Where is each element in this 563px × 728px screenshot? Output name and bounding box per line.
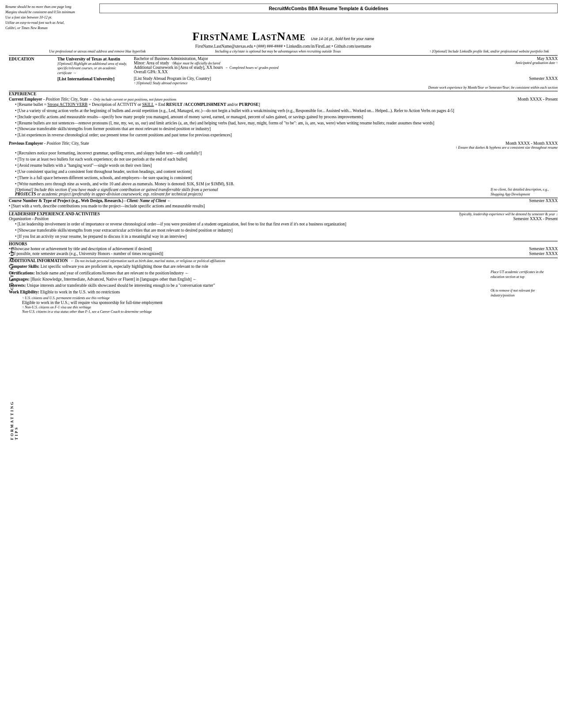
employer-prev-dates-note: ↑ Ensure that dashes & hyphens are a con… xyxy=(456,146,558,150)
additional-interests: Interests: Unique interests and/or trans… xyxy=(9,283,487,289)
citizenship-note-1: ↑ U.S. citizens and U.S. permanent resid… xyxy=(22,296,487,300)
cert-side-note: Place UT academic certificates in the ed… xyxy=(491,270,558,280)
bullet-item: • [List leadership involvement in order … xyxy=(15,221,558,227)
citizenship-note-3: ↑ Non-U.S. citizens on F-1 visa use this… xyxy=(22,305,487,309)
honors-semester-2: Semester XXXX xyxy=(525,251,558,256)
bullet-item: • [Showcase transferable skills/strength… xyxy=(15,228,558,233)
employer-current-dates: Month XXXX - Present xyxy=(514,97,558,101)
contact-hint-center: Including a city/state is optional but m… xyxy=(188,49,368,53)
employer-current: Current Employer - Position Title; City,… xyxy=(9,97,558,138)
bullet-item: • [Use a variety of strong action verbs … xyxy=(15,108,558,114)
org-dates: Semester XXXX - Present xyxy=(513,217,558,221)
bullet-list-current: • [Resume bullet = Strong ACTION VERB + … xyxy=(9,102,558,138)
edu-minor: Minor: Area of study xyxy=(134,61,169,65)
edu-coursework-note: ← Completed hours w/ grades posted xyxy=(225,66,279,70)
name-section: FirstName LastName Use 14-16 pt., bold f… xyxy=(9,30,558,43)
lang-side-note: Ok to remove if not relevant for industr… xyxy=(491,289,558,298)
edu-abroad-note: ↑ [Optional] Study abroad experience xyxy=(134,81,490,85)
contact-hints: Use professional or utexas email address… xyxy=(9,49,558,53)
citizenship-note-2: Eligible to work in the U.S.; will requi… xyxy=(22,300,487,305)
projects-bullet: • [Start with a verb, describe contribut… xyxy=(9,203,558,209)
contact-line: FirstName.LastName@utexas.edu • (###) ##… xyxy=(9,44,558,49)
education-label: EDUCATION xyxy=(9,56,57,61)
edu-date: May XXXX xyxy=(494,56,558,61)
name-tip: Use 14-16 pt., bold font for your name xyxy=(311,37,374,41)
bullet-item: • [Showcase transferable skills/strength… xyxy=(15,126,558,132)
guidelines-note: Resume should be no more than one page l… xyxy=(5,4,96,31)
additional-section: ADDITIONAL INFORMATION ← Do not include … xyxy=(9,258,558,314)
contact-hint-right: ↑ [Optional] Include LinkedIn profile li… xyxy=(379,49,549,53)
citizenship-notes: ↑ U.S. citizens and U.S. permanent resid… xyxy=(9,296,487,314)
edu-school-name: The University of Texas at Austin xyxy=(57,56,130,61)
bullet-item: • [Resume bullet = Strong ACTION VERB + … xyxy=(15,102,558,108)
edu-coursework: Additional Coursework in [Area of study]… xyxy=(134,65,223,70)
honors-section: HONORS • [Showcase honor or achievement … xyxy=(9,241,558,256)
contact-hint-left: Use professional or utexas email address… xyxy=(18,49,177,53)
education-section: EDUCATION The University of Texas at Aus… xyxy=(9,55,558,90)
edu-school-note: [Optional] Highlight an additional area … xyxy=(57,62,130,75)
additional-note: ← Do not include personal information su… xyxy=(71,259,225,263)
leadership-bullets: • [List leadership involvement in order … xyxy=(9,221,558,239)
edu-minor-note: ↑Major must be officially declared xyxy=(171,61,220,65)
honors-label: HONORS xyxy=(9,242,558,246)
bullet-item: • [List experiences in reverse chronolog… xyxy=(15,132,558,138)
employer-previous: FORMATTING TIPS Previous Employer - Posi… xyxy=(9,141,558,197)
honors-bullet-2: • [If possible, note semester awards (e.… xyxy=(9,251,525,256)
bullet-item: • [Include specific actions and measurab… xyxy=(15,114,558,120)
leadership-section: LEADERSHIP EXPERIENCE AND ACTIVITIES Typ… xyxy=(9,211,558,239)
projects-semester: Semester XXXX xyxy=(525,199,558,203)
org-position: Organization - Position xyxy=(9,217,49,221)
edu-degree-1: Bachelor of Business Administration, Maj… xyxy=(134,56,490,61)
citizenship-note-4: Non-U.S. citizens in a visa status other… xyxy=(22,310,487,314)
additional-languages: Languages: [Basic Knowledge, Intermediat… xyxy=(9,277,487,282)
bullet-item: • [Resume bullets are not sentences—remo… xyxy=(15,120,558,126)
experience-label: EXPERIENCE xyxy=(9,92,57,96)
employer-prev-info: Previous Employer - Position Title; City… xyxy=(9,141,456,146)
additional-computer: Computer Skills: List specific software … xyxy=(9,264,487,270)
bullet-item: • [There is a full space between differe… xyxy=(15,175,558,181)
template-title-box: RecruitMcCombs BBA Resume Template & Gui… xyxy=(99,4,558,13)
formatting-tips-label: FORMATTING TIPS xyxy=(10,401,19,440)
edu-abroad-program: [List Study Abroad Program in City, Coun… xyxy=(134,76,490,81)
projects-inline-note: If no client, list detailed description,… xyxy=(487,188,558,197)
employer-prev-dates: Month XXXX - Month XXXX xyxy=(506,141,558,146)
projects-course-line: Course Number & Type of Project (e.g., W… xyxy=(9,199,171,203)
employer-current-info: Current Employer - Position Title; City,… xyxy=(9,97,176,101)
bullet-item: • [Avoid resume bullets with a "hanging … xyxy=(15,163,558,169)
leadership-note: Typically, leadership experience will be… xyxy=(459,212,558,216)
additional-label: ADDITIONAL INFORMATION xyxy=(9,259,68,263)
edu-bottom-note: Denote work experience by Month/Year or … xyxy=(57,86,558,90)
edu-abroad-date: Semester XXXX xyxy=(494,76,558,81)
bullet-item: • [Try to use at least two bullets for e… xyxy=(15,157,558,162)
edu-entry-abroad: [List International University] [List St… xyxy=(57,76,558,85)
leadership-label: LEADERSHIP EXPERIENCE AND ACTIVITIES xyxy=(9,212,100,216)
edu-abroad-school: [List International University] xyxy=(57,76,130,81)
additional-eligibility: Work Eligibility: Eligible to work in th… xyxy=(9,289,487,295)
bullet-item: • [Recruiters notice poor formatting, in… xyxy=(15,150,558,156)
full-name: FirstName LastName xyxy=(193,30,306,43)
edu-date-note: Anticipated graduation date ↑ xyxy=(494,61,558,65)
bullet-item: • [If you list an activity on your resum… xyxy=(15,234,558,240)
projects-section: Course Number & Type of Project (e.g., W… xyxy=(9,198,558,209)
honors-bullet-1: • [Showcase honor or achievement by titl… xyxy=(9,247,525,251)
bullet-list-previous: • [Recruiters notice poor formatting, in… xyxy=(9,150,558,187)
bullet-item: • [Use consistent spacing and a consiste… xyxy=(15,169,558,175)
edu-gpa: Overall GPA: X.XX xyxy=(134,70,490,74)
edu-entry-ut: The University of Texas at Austin [Optio… xyxy=(57,56,558,75)
honors-bullets: • [Showcase honor or achievement by titl… xyxy=(9,247,558,256)
additional-certifications: Certifications: Include name and year of… xyxy=(9,270,487,276)
experience-section: EXPERIENCE Current Employer - Position T… xyxy=(9,91,558,197)
projects-optional-note: [Optional] Include this section if you h… xyxy=(9,188,558,197)
honors-semester-1: Semester XXXX xyxy=(525,247,558,251)
bullet-item: • [Write numbers zero through nine as wo… xyxy=(15,181,558,187)
